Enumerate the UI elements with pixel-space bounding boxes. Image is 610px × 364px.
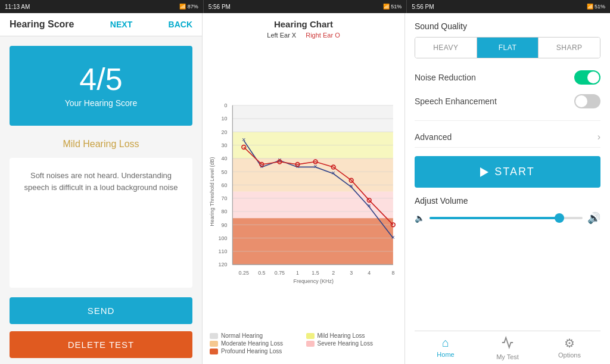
panel-header: Hearing Score NEXT BACK xyxy=(0,13,202,36)
legend-label-moderate: Moderate Hearing Loss xyxy=(221,340,283,347)
chart-area: 0 10 20 30 40 50 60 70 80 90 100 110 120… xyxy=(207,41,400,329)
volume-low-icon: 🔈 xyxy=(415,213,425,223)
panel-controls: Sound Quality HEAVY FLAT SHARP Noise Red… xyxy=(405,13,610,364)
flat-button[interactable]: FLAT xyxy=(477,38,539,58)
svg-text:×: × xyxy=(391,234,396,241)
sharp-button[interactable]: SHARP xyxy=(539,38,600,58)
panel-chart: Hearing Chart Left Ear X Right Ear O xyxy=(203,13,405,364)
svg-text:4: 4 xyxy=(368,270,371,276)
status-bar-1: 11:13 AM 📶 87% xyxy=(0,0,204,13)
svg-text:10: 10 xyxy=(221,116,227,122)
svg-text:1: 1 xyxy=(296,270,299,276)
adjust-volume-label: Adjust Volume xyxy=(415,196,600,206)
legend-box-mild xyxy=(306,333,315,339)
start-button[interactable]: START xyxy=(415,156,600,188)
legend-box-profound xyxy=(210,349,218,354)
heavy-button[interactable]: HEAVY xyxy=(415,38,477,58)
bottom-nav: ⌂ Home My Test ⚙ Options xyxy=(415,331,600,364)
svg-text:2: 2 xyxy=(332,270,335,276)
svg-text:20: 20 xyxy=(221,129,227,135)
sound-quality-buttons: HEAVY FLAT SHARP xyxy=(415,37,600,58)
legend-label-mild: Mild Hearing Loss xyxy=(318,332,365,339)
nav-item-options[interactable]: ⚙ Options xyxy=(539,331,600,364)
back-button[interactable]: BACK xyxy=(169,20,192,29)
svg-text:0: 0 xyxy=(224,102,227,108)
nav-label-home: Home xyxy=(437,351,454,358)
svg-rect-4 xyxy=(232,218,393,265)
volume-high-icon: 🔊 xyxy=(587,211,600,225)
svg-text:1.5: 1.5 xyxy=(312,270,319,276)
volume-slider-track[interactable] xyxy=(430,217,583,219)
svg-text:0.25: 0.25 xyxy=(239,270,249,276)
score-label: Your Hearing Score xyxy=(21,98,180,108)
svg-rect-2 xyxy=(232,158,393,192)
hearing-chart-svg: 0 10 20 30 40 50 60 70 80 90 100 110 120… xyxy=(207,41,400,329)
svg-text:0.75: 0.75 xyxy=(275,270,285,276)
legend-profound: Profound Hearing Loss xyxy=(210,348,301,354)
my-test-icon xyxy=(501,336,514,352)
description-text: Soft noises are not heard. Understanding… xyxy=(24,171,178,192)
svg-text:100: 100 xyxy=(219,235,228,241)
start-label: START xyxy=(494,166,534,178)
speech-enhancement-toggle[interactable] xyxy=(574,94,600,108)
sound-quality-label: Sound Quality xyxy=(415,21,600,31)
svg-text:120: 120 xyxy=(219,262,228,267)
svg-text:90: 90 xyxy=(221,222,227,228)
legend-right-ear: Right Ear O xyxy=(306,32,340,39)
main-layout: Hearing Score NEXT BACK 4/5 Your Hearing… xyxy=(0,13,610,364)
noise-reduction-label: Noise Reduction xyxy=(415,73,476,82)
status-icons-3: 📶 51% xyxy=(587,4,606,10)
advanced-label: Advanced xyxy=(415,132,452,142)
divider xyxy=(415,120,600,121)
send-button[interactable]: SEND xyxy=(10,297,192,324)
chart-legend-bottom: Normal Hearing Mild Hearing Loss Moderat… xyxy=(207,329,400,358)
legend-box-severe xyxy=(306,341,315,347)
legend-moderate: Moderate Hearing Loss xyxy=(210,340,301,347)
nav-item-home[interactable]: ⌂ Home xyxy=(415,331,477,364)
volume-slider-fill xyxy=(430,217,559,219)
nav-label-options: Options xyxy=(558,351,581,359)
status-time-2: 5:56 PM xyxy=(208,4,231,10)
svg-text:0.5: 0.5 xyxy=(258,270,265,276)
svg-text:80: 80 xyxy=(221,209,227,214)
svg-text:×: × xyxy=(368,202,372,209)
svg-text:Hearing Threshold Level (dB): Hearing Threshold Level (dB) xyxy=(209,157,215,226)
legend-mild: Mild Hearing Loss xyxy=(306,332,398,339)
svg-text:60: 60 xyxy=(221,182,227,188)
legend-box-moderate xyxy=(210,341,218,347)
noise-reduction-row: Noise Reduction xyxy=(415,70,600,85)
options-icon: ⚙ xyxy=(564,336,575,350)
next-button[interactable]: NEXT xyxy=(110,20,132,29)
svg-text:50: 50 xyxy=(221,169,227,175)
noise-reduction-toggle[interactable] xyxy=(574,70,600,85)
svg-text:110: 110 xyxy=(219,248,228,254)
legend-severe: Severe Hearing Loss xyxy=(306,340,398,347)
status-time-3: 5:56 PM xyxy=(412,4,434,10)
speech-enhancement-label: Speech Enhancement xyxy=(415,97,497,106)
diagnosis-label: Mild Hearing Loss xyxy=(10,139,192,150)
advanced-row[interactable]: Advanced › xyxy=(415,127,600,148)
svg-text:8: 8 xyxy=(391,270,394,276)
volume-slider-row: 🔈 🔊 xyxy=(415,211,600,225)
status-icons-1: 📶 87% xyxy=(179,4,198,10)
speech-enhancement-row: Speech Enhancement xyxy=(415,94,600,108)
chart-title: Hearing Chart xyxy=(207,19,400,29)
legend-label-profound: Profound Hearing Loss xyxy=(221,348,282,354)
play-icon xyxy=(480,167,488,177)
svg-text:40: 40 xyxy=(221,155,227,161)
nav-item-my-test[interactable]: My Test xyxy=(477,331,539,364)
legend-label-normal: Normal Hearing xyxy=(221,332,263,339)
panel-hearing-score: Hearing Score NEXT BACK 4/5 Your Hearing… xyxy=(0,13,203,364)
status-bars: 11:13 AM 📶 87% 5:56 PM 📶 51% 5:56 PM 📶 5… xyxy=(0,0,610,13)
chevron-right-icon: › xyxy=(597,132,600,142)
description-card: Soft noises are not heard. Understanding… xyxy=(10,158,192,288)
svg-text:30: 30 xyxy=(221,142,227,148)
volume-slider-thumb[interactable] xyxy=(555,213,564,223)
svg-text:70: 70 xyxy=(221,195,227,201)
chart-legend-top: Left Ear X Right Ear O xyxy=(207,32,400,39)
svg-text:Frequency (KHz): Frequency (KHz) xyxy=(294,278,334,284)
home-icon: ⌂ xyxy=(442,336,449,350)
legend-normal: Normal Hearing xyxy=(210,332,301,339)
svg-text:×: × xyxy=(242,136,246,143)
delete-test-button[interactable]: DELETE TEST xyxy=(10,331,192,358)
